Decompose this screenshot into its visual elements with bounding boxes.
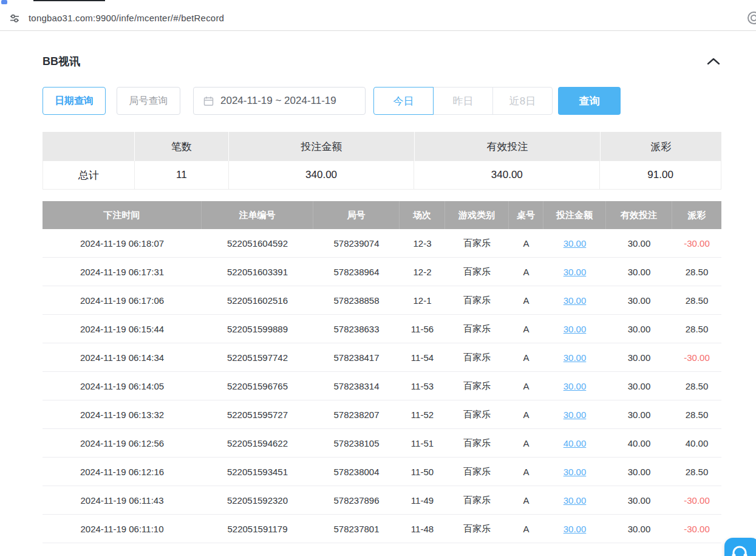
quick-last8days-button[interactable]: 近8日 — [492, 87, 553, 115]
table-row: 2024-11-19 06:13:32 522051595727 5782382… — [43, 400, 721, 429]
bet-record-table: 下注时间 注单编号 局号 场次 游戏类别 桌号 投注金额 有效投注 派彩 202… — [43, 201, 721, 543]
session-cell: 11-53 — [400, 372, 445, 400]
collapse-section-button[interactable] — [706, 56, 721, 67]
valid-bet-cell: 30.00 — [606, 458, 672, 486]
filter-row: 日期查询 局号查询 2024-11-19 ~ 2024-11-19 今日 昨日 … — [43, 87, 721, 115]
round-id-cell: 578238964 — [313, 258, 400, 286]
session-cell: 12-3 — [400, 229, 445, 257]
site-settings-icon[interactable] — [9, 12, 21, 24]
table-id-cell: A — [509, 343, 543, 371]
browser-extension-icon[interactable] — [747, 12, 756, 24]
chevron-up-icon — [707, 58, 720, 65]
round-id-cell: 578239074 — [313, 229, 400, 257]
session-cell: 11-51 — [400, 429, 445, 457]
table-row: 2024-11-19 06:18:07 522051604592 5782390… — [43, 229, 721, 258]
round-id-cell: 578238858 — [313, 286, 400, 314]
bet-amount-link[interactable]: 30.00 — [564, 495, 587, 506]
order-id-cell: 522051592320 — [202, 486, 313, 514]
date-query-tab[interactable]: 日期查询 — [43, 87, 106, 115]
header-order-id: 注单编号 — [202, 201, 313, 229]
round-id-cell: 578237801 — [313, 515, 400, 543]
round-id-cell: 578238105 — [313, 429, 400, 457]
session-cell: 12-2 — [400, 258, 445, 286]
bet-amount-link[interactable]: 30.00 — [564, 238, 587, 249]
game-type-cell: 百家乐 — [445, 400, 509, 428]
quick-yesterday-button[interactable]: 昨日 — [433, 87, 493, 115]
valid-bet-cell: 40.00 — [606, 429, 672, 457]
table-row: 2024-11-19 06:17:31 522051603391 5782389… — [43, 258, 721, 286]
game-type-cell: 百家乐 — [445, 315, 509, 343]
game-type-cell: 百家乐 — [445, 458, 509, 486]
payout-cell: 28.50 — [672, 458, 721, 486]
valid-bet-cell: 30.00 — [606, 515, 672, 543]
bet-amount-link[interactable]: 30.00 — [564, 467, 587, 477]
bet-record-page: BB视讯 日期查询 局号查询 2024-11-19 ~ 2024-11-19 今… — [0, 31, 756, 543]
quick-date-group: 今日 昨日 近8日 — [373, 87, 553, 115]
bet-amount-cell: 30.00 — [543, 458, 606, 486]
table-id-cell: A — [509, 458, 543, 486]
session-cell: 11-48 — [400, 515, 445, 543]
header-valid-bet: 有效投注 — [606, 201, 672, 229]
bet-amount-link[interactable]: 30.00 — [564, 381, 587, 391]
header-game-type: 游戏类别 — [445, 201, 509, 229]
session-cell: 12-1 — [400, 286, 445, 314]
game-type-cell: 百家乐 — [445, 372, 509, 400]
tab-strip — [0, 0, 756, 5]
session-cell: 11-50 — [400, 458, 445, 486]
header-bet-time: 下注时间 — [43, 201, 202, 229]
round-id-cell: 578238417 — [313, 343, 400, 371]
order-id-cell: 522051599889 — [202, 315, 313, 343]
url-text[interactable]: tongbao31.com:9900/infe/mcenter/#/betRec… — [29, 13, 224, 23]
payout-cell: 28.50 — [672, 400, 721, 428]
bet-amount-cell: 30.00 — [543, 315, 606, 343]
payout-cell: 40.00 — [672, 429, 721, 457]
round-id-cell: 578238207 — [313, 400, 400, 428]
header-bet-amount: 投注金额 — [543, 201, 606, 229]
table-body: 2024-11-19 06:18:07 522051604592 5782390… — [43, 229, 721, 543]
round-query-tab[interactable]: 局号查询 — [117, 87, 180, 115]
bet-amount-link[interactable]: 30.00 — [564, 410, 587, 420]
bet-amount-link[interactable]: 40.00 — [564, 438, 587, 448]
order-id-cell: 522051593451 — [202, 458, 313, 486]
bet-amount-link[interactable]: 30.00 — [564, 524, 587, 534]
table-id-cell: A — [509, 400, 543, 428]
date-range-picker[interactable]: 2024-11-19 ~ 2024-11-19 — [193, 87, 366, 115]
summary-header-payout: 派彩 — [601, 132, 721, 161]
game-type-cell: 百家乐 — [445, 229, 509, 257]
summary-table: 笔数 投注金额 有效投注 派彩 总计 11 340.00 340.00 91.0… — [43, 132, 721, 190]
bet-time-cell: 2024-11-19 06:15:44 — [43, 315, 202, 343]
table-row: 2024-11-19 06:11:10 522051591179 5782378… — [43, 515, 721, 543]
customer-service-button[interactable] — [724, 538, 756, 556]
table-id-cell: A — [509, 486, 543, 514]
bet-amount-link[interactable]: 30.00 — [564, 267, 587, 277]
order-id-cell: 522051591179 — [202, 515, 313, 543]
session-cell: 11-52 — [400, 400, 445, 428]
game-type-cell: 百家乐 — [445, 343, 509, 371]
url-bar[interactable]: tongbao31.com:9900/infe/mcenter/#/betRec… — [0, 5, 756, 30]
valid-bet-cell: 30.00 — [606, 400, 672, 428]
summary-total-bet: 340.00 — [229, 161, 415, 189]
bet-amount-cell: 30.00 — [543, 400, 606, 428]
summary-total-row: 总计 11 340.00 340.00 91.00 — [43, 161, 721, 190]
bet-amount-cell: 30.00 — [543, 515, 606, 543]
search-button[interactable]: 查询 — [558, 87, 621, 115]
table-row: 2024-11-19 06:14:34 522051597742 5782384… — [43, 343, 721, 372]
tab-favicon — [1, 0, 7, 4]
quick-today-button[interactable]: 今日 — [373, 87, 434, 115]
bet-time-cell: 2024-11-19 06:11:43 — [43, 486, 202, 514]
order-id-cell: 522051596765 — [202, 372, 313, 400]
bet-amount-link[interactable]: 30.00 — [564, 352, 587, 363]
bet-amount-link[interactable]: 30.00 — [564, 324, 587, 334]
valid-bet-cell: 30.00 — [606, 372, 672, 400]
table-id-cell: A — [509, 515, 543, 543]
calendar-icon — [203, 96, 214, 106]
bet-time-cell: 2024-11-19 06:12:56 — [43, 429, 202, 457]
round-id-cell: 578238004 — [313, 458, 400, 486]
summary-header-empty — [43, 132, 135, 161]
valid-bet-cell: 30.00 — [606, 258, 672, 286]
game-type-cell: 百家乐 — [445, 486, 509, 514]
page-title: BB视讯 — [43, 54, 80, 69]
round-id-cell: 578237896 — [313, 486, 400, 514]
order-id-cell: 522051597742 — [202, 343, 313, 371]
bet-amount-link[interactable]: 30.00 — [564, 295, 587, 306]
